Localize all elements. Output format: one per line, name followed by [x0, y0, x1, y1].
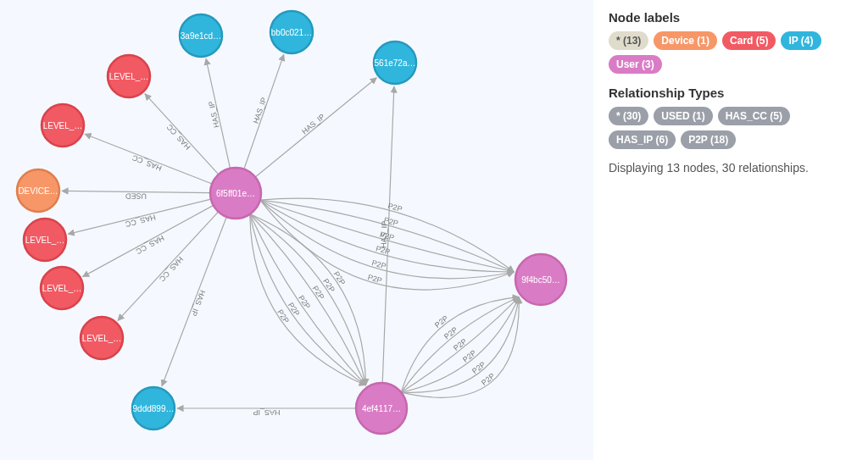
- svg-point-8: [42, 104, 84, 147]
- node-ip[interactable]: 3a9e1cd…: [180, 14, 222, 57]
- node-ip[interactable]: 9ddd899…: [132, 387, 175, 430]
- relationship-chip[interactable]: USED (1): [654, 107, 712, 125]
- edge-label: HAS_CC: [124, 213, 156, 228]
- edge-label: HAS_IP: [189, 289, 207, 317]
- label-chip-ip[interactable]: IP (4): [781, 31, 821, 50]
- relationship-chip[interactable]: HAS_CC (5): [718, 107, 790, 125]
- edge-label: HAS_CC: [131, 153, 163, 173]
- edge-label: HAS_CC: [164, 122, 192, 151]
- label-chip-row: * (13)Device (1)Card (5)IP (4)User (3): [609, 31, 856, 74]
- svg-point-12: [17, 169, 59, 212]
- svg-point-3: [180, 14, 222, 57]
- relationship-chip[interactable]: * (30): [609, 107, 648, 125]
- node-user[interactable]: 9f4bc50…: [515, 254, 566, 305]
- edge-label: HAS_IP: [253, 408, 280, 417]
- svg-point-4: [270, 11, 313, 53]
- svg-point-6: [132, 387, 175, 430]
- svg-point-1: [356, 383, 407, 434]
- edge-label: P2P: [371, 258, 387, 270]
- label-chip-user[interactable]: User (3): [609, 55, 662, 74]
- node-card[interactable]: LEVEL_…: [42, 104, 84, 147]
- svg-point-7: [108, 55, 150, 97]
- node-device[interactable]: DEVICE…: [17, 169, 59, 212]
- node-ip[interactable]: bb0c021…: [270, 11, 313, 53]
- svg-point-2: [515, 254, 566, 305]
- svg-point-10: [41, 267, 83, 309]
- node-card[interactable]: LEVEL_…: [24, 219, 66, 261]
- edge-label: HAS_IP: [300, 113, 326, 136]
- summary-text: Displaying 13 nodes, 30 relationships.: [609, 161, 856, 175]
- label-chip-card[interactable]: Card (5): [722, 31, 776, 50]
- relationships-heading: Relationship Types: [609, 86, 856, 100]
- edge-label: P2P: [367, 273, 383, 285]
- edge-label: HAS_CC: [158, 255, 185, 284]
- node-card[interactable]: LEVEL_…: [81, 317, 123, 359]
- node-user[interactable]: 6f5ff01e…: [210, 168, 261, 219]
- svg-point-0: [210, 168, 261, 219]
- labels-heading: Node labels: [609, 10, 856, 25]
- edge-label: HAS_IP: [207, 100, 221, 128]
- edge-label: HAS_IP: [252, 97, 269, 125]
- svg-point-11: [81, 317, 123, 359]
- edge-label: USED: [125, 191, 147, 200]
- node-ip[interactable]: 561e72a…: [374, 42, 416, 84]
- label-chip-device[interactable]: Device (1): [654, 31, 717, 50]
- edge-label: P2P: [375, 244, 391, 256]
- relationship-chip[interactable]: HAS_IP (6): [609, 130, 676, 149]
- relationship-chip-row: * (30)USED (1)HAS_CC (5)HAS_IP (6)P2P (1…: [609, 107, 856, 149]
- graph-canvas[interactable]: HAS_IPHAS_IPHAS_IPHAS_CCHAS_CCUSEDHAS_CC…: [0, 0, 593, 460]
- node-card[interactable]: LEVEL_…: [41, 267, 83, 309]
- edge-label: HAS_CC: [134, 234, 165, 256]
- relationship-chip[interactable]: P2P (18): [681, 130, 736, 149]
- node-user[interactable]: 4ef4117…: [356, 383, 407, 434]
- node-card[interactable]: LEVEL_…: [108, 55, 150, 97]
- svg-point-9: [24, 219, 66, 261]
- svg-point-5: [374, 42, 416, 84]
- label-chip-star[interactable]: * (13): [609, 31, 648, 50]
- side-pane: Node labels * (13)Device (1)Card (5)IP (…: [593, 0, 868, 460]
- graph-pane[interactable]: HAS_IPHAS_IPHAS_IPHAS_CCHAS_CCUSEDHAS_CC…: [0, 0, 593, 460]
- app-root: HAS_IPHAS_IPHAS_IPHAS_CCHAS_CCUSEDHAS_CC…: [0, 0, 868, 460]
